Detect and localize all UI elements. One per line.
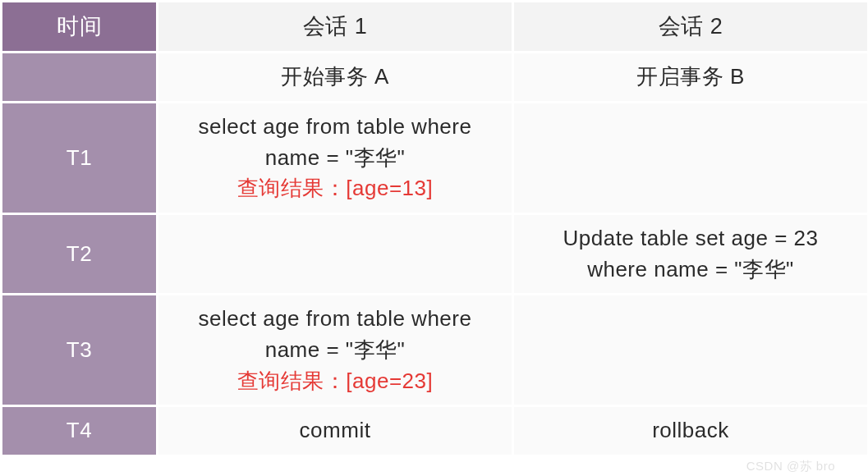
table-row: T1select age from table wherename = "李华"… (2, 102, 869, 213)
session1-cell: 开始事务 A (158, 53, 513, 103)
cell-line: where name = "李华" (521, 254, 861, 286)
session1-cell: select age from table wherename = "李华"查询… (158, 295, 513, 406)
time-cell: T3 (2, 295, 158, 406)
cell-line: Update table set age = 23 (521, 223, 861, 254)
session1-cell: select age from table wherename = "李华"查询… (158, 102, 513, 213)
time-cell (2, 53, 158, 103)
session2-cell (513, 102, 869, 213)
cell-line: rollback (521, 415, 861, 446)
transaction-table: 时间 会话 1 会话 2 开始事务 A开启事务 BT1select age fr… (0, 0, 868, 457)
cell-line: commit (165, 415, 505, 446)
cell-line: select age from table where (165, 112, 505, 143)
table-row: T3select age from table wherename = "李华"… (2, 295, 869, 406)
session1-cell: commit (158, 406, 513, 456)
cell-line: name = "李华" (165, 335, 505, 366)
query-result: 查询结果：[age=23] (165, 366, 505, 397)
session2-cell: 开启事务 B (513, 53, 869, 103)
header-session2: 会话 2 (513, 2, 869, 53)
session2-cell: rollback (513, 406, 869, 456)
time-cell: T4 (2, 406, 158, 456)
time-cell: T1 (2, 102, 158, 213)
table-row: T4commitrollback (2, 406, 869, 456)
time-cell: T2 (2, 213, 158, 294)
watermark: CSDN @苏 bro (746, 459, 835, 474)
cell-line: select age from table where (165, 304, 505, 335)
session1-cell (158, 213, 513, 294)
cell-line: 开启事务 B (521, 62, 861, 93)
cell-line: 开始事务 A (165, 62, 505, 93)
query-result: 查询结果：[age=13] (165, 173, 505, 204)
header-session1: 会话 1 (158, 2, 513, 53)
table-row: T2Update table set age = 23where name = … (2, 213, 869, 294)
session2-cell (513, 295, 869, 406)
header-time: 时间 (2, 2, 158, 53)
table-row: 开始事务 A开启事务 B (2, 53, 869, 103)
cell-line: name = "李华" (165, 143, 505, 174)
session2-cell: Update table set age = 23where name = "李… (513, 213, 869, 294)
table-header-row: 时间 会话 1 会话 2 (2, 2, 869, 53)
